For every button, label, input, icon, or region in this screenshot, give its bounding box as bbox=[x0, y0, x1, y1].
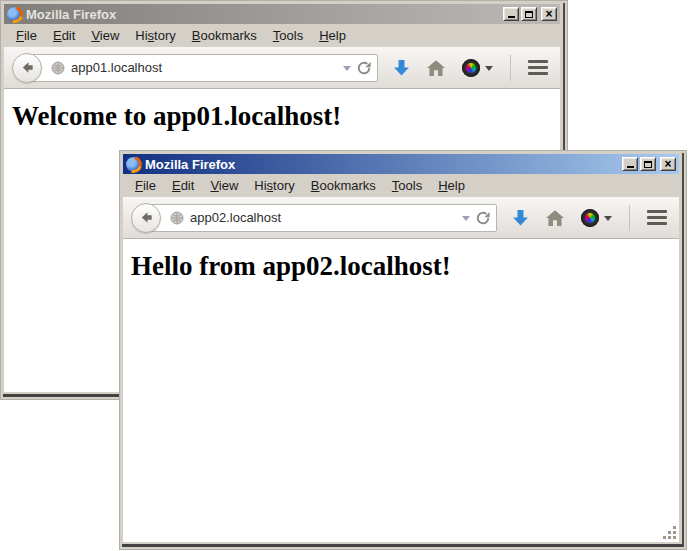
reload-icon bbox=[357, 61, 371, 75]
menu-item-bookmarks[interactable]: Bookmarks bbox=[303, 175, 384, 196]
maximize-button[interactable] bbox=[640, 157, 656, 171]
title-bar[interactable]: Mozilla Firefox × bbox=[123, 154, 679, 174]
home-button[interactable] bbox=[546, 210, 564, 226]
menu-item-view[interactable]: View bbox=[83, 25, 127, 46]
resize-grip[interactable] bbox=[663, 526, 677, 540]
menu-item-tools[interactable]: Tools bbox=[384, 175, 430, 196]
color-wheel-icon bbox=[581, 209, 599, 227]
urlbar-dropdown-icon[interactable] bbox=[462, 216, 470, 225]
back-button[interactable] bbox=[12, 53, 42, 83]
menu-item-file[interactable]: File bbox=[127, 175, 164, 196]
dropdown-arrow-icon bbox=[604, 216, 612, 225]
addon-colorwheel-button[interactable] bbox=[462, 59, 493, 77]
download-button[interactable] bbox=[512, 209, 529, 227]
download-icon bbox=[393, 59, 410, 77]
url-text[interactable]: app02.localhost bbox=[190, 210, 456, 225]
window-controls: × bbox=[503, 7, 557, 21]
download-icon bbox=[512, 209, 529, 227]
hamburger-icon bbox=[528, 59, 548, 76]
globe-icon bbox=[51, 61, 65, 75]
url-bar[interactable]: app01.localhost bbox=[28, 54, 378, 82]
menu-bar: FileEditViewHistoryBookmarksToolsHelp bbox=[123, 174, 679, 197]
addon-colorwheel-button[interactable] bbox=[581, 209, 612, 227]
minimize-icon bbox=[627, 166, 634, 168]
toolbar-separator bbox=[629, 205, 630, 231]
firefox-logo-icon bbox=[7, 7, 22, 22]
navigation-toolbar: app02.localhost bbox=[123, 197, 679, 239]
toolbar-buttons bbox=[512, 205, 667, 231]
globe-icon bbox=[170, 211, 184, 225]
url-text[interactable]: app01.localhost bbox=[71, 60, 337, 75]
color-wheel-icon bbox=[462, 59, 480, 77]
urlbar-dropdown-icon[interactable] bbox=[343, 66, 351, 75]
minimize-button[interactable] bbox=[622, 157, 638, 171]
home-icon bbox=[546, 210, 564, 226]
menu-item-tools[interactable]: Tools bbox=[265, 25, 311, 46]
close-icon: × bbox=[545, 9, 552, 19]
reload-icon bbox=[476, 211, 490, 225]
menu-button[interactable] bbox=[528, 59, 548, 76]
maximize-icon bbox=[644, 161, 652, 168]
home-icon bbox=[427, 60, 445, 76]
page-content: Hello from app02.localhost! bbox=[123, 239, 679, 542]
download-button[interactable] bbox=[393, 59, 410, 77]
back-button[interactable] bbox=[131, 203, 161, 233]
toolbar-buttons bbox=[393, 55, 548, 81]
menu-item-help[interactable]: Help bbox=[430, 175, 473, 196]
menu-item-history[interactable]: History bbox=[246, 175, 302, 196]
page-heading: Hello from app02.localhost! bbox=[131, 251, 671, 282]
window-title: Mozilla Firefox bbox=[26, 7, 499, 22]
menu-item-history[interactable]: History bbox=[127, 25, 183, 46]
dropdown-arrow-icon bbox=[485, 66, 493, 75]
url-bar[interactable]: app02.localhost bbox=[147, 204, 497, 232]
page-heading: Welcome to app01.localhost! bbox=[12, 101, 552, 132]
maximize-button[interactable] bbox=[521, 7, 537, 21]
window-title: Mozilla Firefox bbox=[145, 157, 618, 172]
menu-item-help[interactable]: Help bbox=[311, 25, 354, 46]
toolbar-separator bbox=[510, 55, 511, 81]
menu-bar: FileEditViewHistoryBookmarksToolsHelp bbox=[4, 24, 560, 47]
menu-item-edit[interactable]: Edit bbox=[45, 25, 83, 46]
window-frame: Mozilla Firefox × FileEditViewHistoryBoo… bbox=[122, 153, 684, 547]
window-controls: × bbox=[622, 157, 676, 171]
browser-window-app02: Mozilla Firefox × FileEditViewHistoryBoo… bbox=[120, 151, 686, 549]
reload-button[interactable] bbox=[476, 211, 490, 225]
menu-item-view[interactable]: View bbox=[202, 175, 246, 196]
menu-item-file[interactable]: File bbox=[8, 25, 45, 46]
minimize-button[interactable] bbox=[503, 7, 519, 21]
close-button[interactable]: × bbox=[660, 157, 676, 171]
maximize-icon bbox=[525, 11, 533, 18]
title-bar[interactable]: Mozilla Firefox × bbox=[4, 4, 560, 24]
menu-button[interactable] bbox=[647, 209, 667, 226]
back-arrow-icon bbox=[139, 210, 154, 225]
desktop: { "back_window": { "title": "Mozilla Fir… bbox=[0, 0, 688, 551]
navigation-toolbar: app01.localhost bbox=[4, 47, 560, 89]
hamburger-icon bbox=[647, 209, 667, 226]
close-icon: × bbox=[664, 159, 671, 169]
minimize-icon bbox=[508, 16, 515, 18]
close-button[interactable]: × bbox=[541, 7, 557, 21]
menu-item-bookmarks[interactable]: Bookmarks bbox=[184, 25, 265, 46]
home-button[interactable] bbox=[427, 60, 445, 76]
back-arrow-icon bbox=[20, 60, 35, 75]
firefox-logo-icon bbox=[126, 157, 141, 172]
reload-button[interactable] bbox=[357, 61, 371, 75]
menu-item-edit[interactable]: Edit bbox=[164, 175, 202, 196]
